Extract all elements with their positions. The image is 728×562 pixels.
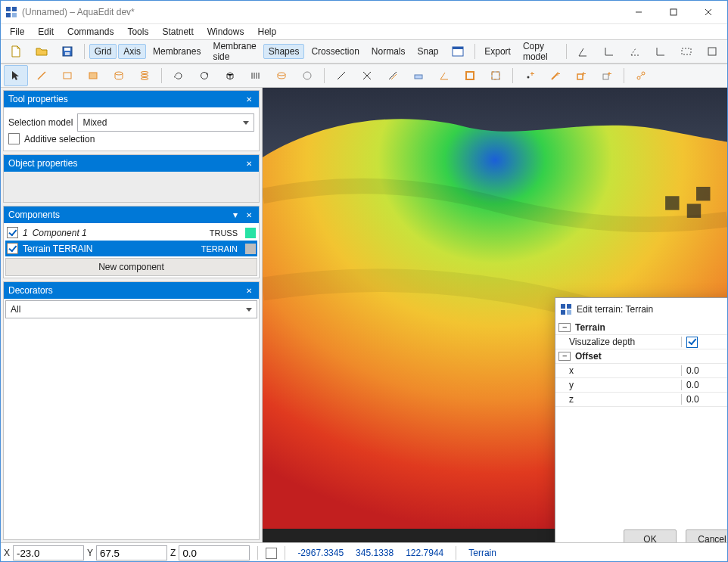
toggle-grid[interactable]: Grid [89,44,117,59]
component-index: 1 [23,228,28,238]
close-button[interactable] [691,1,726,23]
menu-statnett[interactable]: Statnett [156,25,199,39]
menu-tools[interactable]: Tools [121,25,154,39]
svg-line-29 [338,72,345,79]
new-file-button[interactable] [4,41,28,62]
svg-point-21 [141,78,148,80]
selection-model-value: Mixed [82,117,107,128]
panel-close-icon[interactable]: ✕ [244,158,254,169]
display-options-button[interactable] [446,41,470,62]
cancel-label: Cancel [698,534,726,542]
component-color-swatch[interactable] [245,228,256,238]
view-tool-3[interactable] [623,41,647,62]
save-button[interactable] [55,41,79,62]
3d-viewport[interactable]: Edit terrain: Terrain −Terrain Visuzaliz… [263,88,727,542]
svg-rect-40 [577,74,583,79]
component-row[interactable]: 1 Component 1 TRUSS [5,225,257,241]
tool-region2[interactable] [484,65,508,86]
panel-close-icon[interactable]: ✕ [244,94,254,104]
copy-model-button[interactable]: Copy model [518,39,562,64]
tool-refresh[interactable] [192,65,216,86]
cancel-button[interactable]: Cancel [686,529,727,542]
edge-icon [334,69,348,82]
toggle-normals[interactable]: Normals [366,44,411,59]
decorators-filter-select[interactable]: All [5,300,257,318]
view-tool-1[interactable] [571,41,596,62]
tool-select[interactable] [4,65,28,86]
tool-edge[interactable] [329,65,353,86]
maximize-button[interactable] [656,1,691,23]
component-row[interactable]: Terrain TERRAIN TERRAIN [5,241,257,256]
view-tool-4[interactable] [649,41,673,62]
component-color-swatch[interactable] [245,244,256,254]
additive-selection-label: Additive selection [24,134,95,144]
selection-model-select[interactable]: Mixed [77,113,254,132]
tool-cross[interactable] [355,65,379,86]
tool-empty-plus[interactable] [595,65,619,86]
tool-circle[interactable] [295,65,319,86]
tool-drum[interactable] [269,65,294,86]
panel-menu-icon[interactable]: ▾ [230,210,241,220]
status-x-input[interactable] [13,545,84,560]
select-rect-icon [680,45,693,58]
component-visibility-checkbox[interactable] [7,227,18,238]
menu-help[interactable]: Help [251,25,282,39]
toggle-shapes[interactable]: Shapes [263,44,305,59]
visualize-depth-checkbox[interactable] [686,337,698,348]
minimize-button[interactable] [621,1,656,23]
tool-point[interactable] [518,65,542,86]
tool-rotate[interactable] [166,65,191,86]
tool-angle[interactable] [432,65,456,86]
ok-button[interactable]: OK [624,529,677,542]
additive-selection-checkbox[interactable] [8,133,20,144]
tool-line-plus[interactable] [543,65,568,86]
toggle-membrane-side[interactable]: Membrane side [207,39,261,64]
drum-icon [275,69,288,82]
tool-cyl[interactable] [107,65,131,86]
status-y-input[interactable] [96,545,167,560]
svg-rect-52 [567,310,571,315]
view-tool-5[interactable] [674,41,698,62]
tool-line[interactable] [30,65,54,86]
offset-z-value[interactable]: 0.0 [682,394,727,405]
tool-box[interactable] [218,65,242,86]
panel-close-icon[interactable]: ✕ [244,285,254,296]
tool-link[interactable] [629,65,653,86]
group-expander[interactable]: − [558,323,571,332]
tool-rect-fill[interactable] [81,65,105,86]
view-tool-2[interactable] [597,41,621,62]
tool-region[interactable] [458,65,482,86]
toggle-snap[interactable]: Snap [412,44,443,59]
toggle-crossection[interactable]: Crossection [306,44,364,59]
open-file-button[interactable] [30,41,54,62]
svg-point-43 [642,72,645,75]
svg-point-42 [637,76,640,79]
menu-commands[interactable]: Commands [61,25,120,39]
svg-rect-13 [682,48,691,54]
tool-split[interactable] [381,65,405,86]
menu-file[interactable]: File [4,25,30,39]
menu-edit[interactable]: Edit [32,25,60,39]
toggle-membranes[interactable]: Membranes [148,44,206,59]
offset-y-value[interactable]: 0.0 [682,380,727,390]
toggle-axis[interactable]: Axis [118,44,146,59]
tool-rect[interactable] [55,65,79,86]
status-coord-3: 122.7944 [401,548,448,558]
view-tool-6[interactable] [700,41,724,62]
new-component-button[interactable]: New component [5,258,257,276]
tool-stack[interactable] [132,65,157,86]
svg-rect-49 [561,304,565,309]
export-button[interactable]: Export [479,44,516,59]
status-lock-checkbox[interactable] [266,548,277,559]
menu-windows[interactable]: Windows [201,25,250,39]
status-z-input[interactable] [179,545,250,560]
component-visibility-checkbox[interactable] [7,243,18,254]
offset-x-value[interactable]: 0.0 [682,365,727,376]
panel-close-icon[interactable]: ✕ [244,210,254,220]
group-expander[interactable]: − [558,352,571,361]
tool-rect-plus[interactable] [569,65,593,86]
tool-measure[interactable] [244,65,268,86]
split-icon [386,69,400,82]
tool-plane[interactable] [406,65,431,86]
dialog-icon [560,303,572,315]
